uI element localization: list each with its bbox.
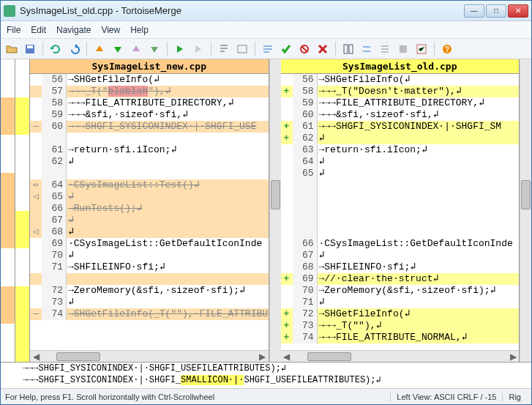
right-v-scrollbar[interactable] (520, 59, 531, 362)
reject-button[interactable] (296, 41, 312, 57)
code-line[interactable]: +62↲ (281, 133, 520, 144)
code-line[interactable]: 67↲ (281, 250, 520, 261)
code-line[interactable]: 62↲ (30, 156, 269, 168)
menu-view[interactable]: View (101, 25, 120, 35)
code-line[interactable] (30, 133, 269, 144)
right-code-area[interactable]: 56→SHGetFileInfo(↲+58→→→_T("Doesn't·matt… (281, 74, 520, 350)
save-button[interactable] (22, 41, 38, 57)
code-line[interactable]: 70→ZeroMemory(&sfi,·sizeof·sfi);↲ (281, 285, 520, 297)
code-line[interactable]: 60→→→&sfi,·sizeof·sfi,↲ (281, 109, 520, 121)
code-line[interactable]: ◁65↲ (30, 191, 269, 203)
next-conflict-button[interactable] (146, 41, 162, 57)
code-line[interactable]: 61→return·sfi.iIcon;↲ (30, 144, 269, 156)
list-button[interactable] (377, 41, 393, 57)
code-line[interactable]: —60→→→SHGFI_SYSICONINDEX·|·SHGFI_USE (30, 121, 269, 133)
code-line[interactable]: 56→SHGetFileInfo(↲ (281, 74, 520, 86)
maximize-button[interactable]: □ (486, 4, 506, 18)
reload-button[interactable] (48, 41, 64, 57)
code-line[interactable]: 66·CSysImageList::GetDefaultIconInde (281, 238, 520, 250)
code-line[interactable]: —74→SHGetFileInfo(_T(""),·FILE_ATTRIBU (30, 308, 269, 320)
code-line[interactable]: +69→//·clear·the·struct↲ (281, 273, 520, 285)
bottom-line-1: →→→SHGFI_SYSICONINDEX·|·SHGFI_USEFILEATT… (1, 363, 531, 374)
left-pane-title: SysImageList_new.cpp (30, 59, 269, 74)
svg-rect-2 (238, 45, 247, 53)
whitespace-button[interactable] (216, 41, 232, 57)
undo-button[interactable] (66, 41, 82, 57)
code-line[interactable]: 64↲ (281, 156, 520, 168)
code-line[interactable]: +72→SHGetFileInfo(↲ (281, 308, 520, 320)
code-line[interactable] (281, 226, 520, 238)
code-line[interactable]: 70↲ (30, 250, 269, 261)
next-button[interactable] (190, 41, 206, 57)
left-h-scrollbar[interactable]: ◀▶ (30, 350, 269, 362)
prev-diff-button[interactable] (91, 41, 108, 57)
left-v-scrollbar[interactable] (269, 59, 281, 362)
bottom-pane[interactable]: →→→SHGFI_SYSICONINDEX·|·SHGFI_USEFILEATT… (1, 362, 531, 388)
code-line[interactable]: ◁68↲ (30, 226, 269, 238)
main-area: SysImageList_new.cpp 56→SHGetFileInfo(↲5… (1, 59, 531, 388)
code-line[interactable]: +73→→→_T(""),↲ (281, 320, 520, 332)
titlebar: SysImageList_old.cpp - TortoiseMerge — □… (1, 1, 531, 21)
right-pane: SysImageList_old.cpp 56→SHGetFileInfo(↲+… (281, 59, 520, 362)
wrap-button[interactable] (260, 41, 276, 57)
code-line[interactable]: 69·CSysImageList::GetDefaultIconInde (30, 238, 269, 250)
code-line[interactable]: +74→→→FILE_ATTRIBUTE_NORMAL,↲ (281, 332, 520, 343)
code-line[interactable] (30, 168, 269, 179)
code-line[interactable]: 59→→→FILE_ATTRIBUTE_DIRECTORY,↲ (281, 97, 520, 109)
menu-help[interactable]: Help (130, 25, 149, 35)
code-line[interactable]: 65↲ (281, 168, 520, 179)
code-line[interactable]: 66→RunTests();↲ (30, 203, 269, 215)
right-h-scrollbar[interactable]: ◀▶ (281, 350, 520, 362)
svg-text:?: ? (445, 45, 449, 53)
code-line[interactable]: +61→→→SHGFI_SYSICONINDEX·|·SHGFI_SM (281, 121, 520, 133)
bottom-line-2: →→→SHGFI_SYSICONINDEX·|·SHGFI_SMALLICON·… (1, 374, 531, 386)
prev-conflict-button[interactable] (128, 41, 144, 57)
mark-button[interactable] (413, 41, 430, 57)
code-line[interactable]: 67↲ (30, 215, 269, 226)
code-line[interactable] (281, 191, 520, 203)
menu-navigate[interactable]: Navigate (56, 25, 91, 35)
next-diff-button[interactable] (110, 41, 126, 57)
code-line[interactable]: 58→→→FILE_ATTRIBUTE_DIRECTORY,↲ (30, 97, 269, 109)
locator-bar-right[interactable] (15, 59, 30, 362)
inline-button[interactable] (234, 41, 250, 57)
code-line[interactable]: 57→→→_T("blablah"),↲ (30, 86, 269, 97)
menu-edit[interactable]: Edit (31, 25, 46, 35)
help-button[interactable]: ? (439, 41, 455, 57)
go-button[interactable] (172, 41, 188, 57)
window-title: SysImageList_old.cpp - TortoiseMerge (20, 5, 464, 16)
compare-button[interactable] (359, 41, 375, 57)
menubar: File Edit Navigate View Help (1, 21, 531, 39)
code-line[interactable]: 73↲ (30, 297, 269, 308)
code-line[interactable]: +58→→→_T("Doesn't·matter"),↲ (281, 86, 520, 97)
code-line[interactable]: 71↲ (281, 297, 520, 308)
two-pane-button[interactable] (340, 41, 356, 57)
code-line[interactable] (281, 215, 520, 226)
minimize-button[interactable]: — (464, 4, 484, 18)
grid-button[interactable] (395, 41, 411, 57)
code-line[interactable]: 59→→→&sfi,·sizeof·sfi,↲ (30, 109, 269, 121)
code-line[interactable] (30, 273, 269, 285)
toolbar: ? (1, 39, 531, 59)
left-pane: SysImageList_new.cpp 56→SHGetFileInfo(↲5… (30, 59, 269, 362)
code-line[interactable]: ⇔64·CSysImageList::Test()↲ (30, 179, 269, 191)
code-line[interactable]: 72→ZeroMemory(&sfi,·sizeof·sfi);↲ (30, 285, 269, 297)
app-window: { "title": "SysImageList_old.cpp - Torto… (0, 0, 532, 405)
code-line[interactable]: 56→SHGetFileInfo(↲ (30, 74, 269, 86)
code-line[interactable]: 63→return·sfi.iIcon;↲ (281, 144, 520, 156)
menu-file[interactable]: File (7, 25, 20, 35)
open-button[interactable] (4, 41, 20, 57)
app-icon (4, 5, 15, 17)
left-code-area[interactable]: 56→SHGetFileInfo(↲57→→→_T("blablah"),↲58… (30, 74, 269, 350)
status-bar: For Help, press F1. Scroll horizontally … (1, 388, 531, 404)
code-line[interactable]: 71→SHFILEINFO·sfi;↲ (30, 261, 269, 273)
locator-bar-left[interactable] (1, 59, 15, 362)
code-line[interactable] (281, 179, 520, 191)
code-line[interactable] (281, 203, 520, 215)
svg-rect-5 (349, 45, 353, 53)
code-line[interactable]: 68→SHFILEINFO·sfi;↲ (281, 261, 520, 273)
cancel-button[interactable] (315, 41, 331, 57)
close-button[interactable]: ✕ (508, 4, 528, 18)
accept-button[interactable] (278, 41, 294, 57)
status-right: Rig (502, 393, 527, 401)
